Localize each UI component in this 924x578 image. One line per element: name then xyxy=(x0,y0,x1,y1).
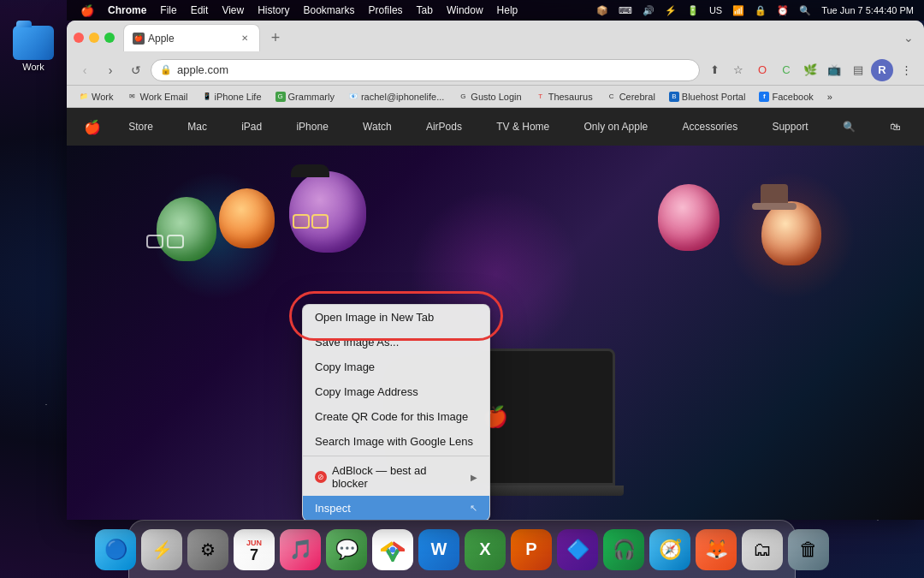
dock-music[interactable]: 🎵 xyxy=(280,529,321,570)
menubar-view[interactable]: View xyxy=(215,4,251,16)
dropbox-icon[interactable]: 📦 xyxy=(593,5,612,16)
dock-finder[interactable]: 🔵 xyxy=(95,529,136,570)
keyboard-icon[interactable]: ⌨ xyxy=(615,5,636,16)
bookmark-button[interactable]: ☆ xyxy=(727,59,749,81)
us-flag[interactable]: US xyxy=(706,5,726,15)
extension1-icon[interactable]: C xyxy=(775,59,797,81)
context-save-image[interactable]: Save Image As... xyxy=(303,330,489,355)
bluetooth-icon[interactable]: ⚡ xyxy=(661,5,680,16)
tab-close-button[interactable]: ✕ xyxy=(239,33,251,45)
files-icon: 🗂 xyxy=(753,539,772,561)
tab-expand-button[interactable]: ⌄ xyxy=(900,27,917,48)
menubar-chrome[interactable]: Chrome xyxy=(101,4,153,16)
dock-system-preferences[interactable]: ⚙ xyxy=(187,529,228,570)
nav-iphone[interactable]: iPhone xyxy=(289,121,335,133)
nav-airpods[interactable]: AirPods xyxy=(419,121,469,133)
nav-only-apple[interactable]: Only on Apple xyxy=(578,121,655,133)
context-inspect[interactable]: Inspect ↖ xyxy=(303,496,489,520)
launchpad-icon: ⚡ xyxy=(151,539,173,560)
dock-messages[interactable]: 💬 xyxy=(326,529,367,570)
menubar-tab[interactable]: Tab xyxy=(410,4,440,16)
dock-slack[interactable]: 🔷 xyxy=(557,529,598,570)
nav-watch[interactable]: Watch xyxy=(356,121,399,133)
char-green-glasses xyxy=(146,235,184,245)
nav-bag-icon[interactable]: 🛍 xyxy=(883,121,907,133)
bookmark-work-email[interactable]: ✉ Work Email xyxy=(121,90,192,104)
context-copy-image[interactable]: Copy Image xyxy=(303,355,489,379)
nav-tv[interactable]: TV & Home xyxy=(489,121,556,133)
new-tab-button[interactable]: + xyxy=(264,26,287,50)
bookmark-cerebral[interactable]: C Cerebral xyxy=(601,90,660,104)
settings-icon: ⚙ xyxy=(200,539,216,560)
cast-button[interactable]: 📺 xyxy=(823,59,845,81)
menubar-edit[interactable]: Edit xyxy=(184,4,216,16)
nav-search-icon[interactable]: 🔍 xyxy=(836,121,862,133)
menubar-profiles[interactable]: Profiles xyxy=(362,4,410,16)
context-search-lens[interactable]: Search Image with Google Lens xyxy=(303,429,489,454)
char-center-hair xyxy=(291,164,329,177)
volume-icon[interactable]: 🔊 xyxy=(639,5,658,16)
bookmark-rachel[interactable]: 📧 rachel@iphonelife... xyxy=(343,90,449,104)
sidebar-toggle[interactable]: ▤ xyxy=(847,59,869,81)
profile-button[interactable]: R xyxy=(871,59,893,81)
active-tab[interactable]: 🍎 Apple ✕ xyxy=(123,24,260,51)
context-create-qr[interactable]: Create QR Code for this Image xyxy=(303,404,489,429)
close-button[interactable] xyxy=(74,33,84,43)
maximize-button[interactable] xyxy=(104,33,115,43)
more-button[interactable]: ⋮ xyxy=(895,59,917,81)
menubar-help[interactable]: Help xyxy=(490,4,525,16)
address-bar[interactable]: 🔒 apple.com xyxy=(151,59,700,81)
refresh-button[interactable]: ↺ xyxy=(125,59,147,81)
bookmark-favicon-cerebral: C xyxy=(607,92,617,102)
work-folder[interactable]: Work xyxy=(9,26,57,74)
extension2-icon[interactable]: 🌿 xyxy=(799,59,821,81)
bookmark-grammarly[interactable]: G Grammarly xyxy=(270,90,340,104)
bookmark-thesaurus[interactable]: T Thesaurus xyxy=(530,90,598,104)
bookmark-bluehost[interactable]: B Bluehost Portal xyxy=(664,90,751,104)
search-icon[interactable]: 🔍 xyxy=(796,5,814,16)
dock: 🔵 ⚡ ⚙ JUN 7 🎵 💬 W X P xyxy=(128,520,796,578)
messages-icon: 💬 xyxy=(335,539,358,561)
back-button[interactable]: ‹ xyxy=(74,59,96,81)
bookmark-iphone[interactable]: 📱 iPhone Life xyxy=(197,90,267,104)
bookmark-work[interactable]: 📁 Work xyxy=(74,90,118,104)
wifi-icon[interactable]: 📶 xyxy=(729,5,748,16)
context-adblock[interactable]: ⊘ AdBlock — best ad blocker ▶ xyxy=(303,458,489,496)
dock-spotify[interactable]: 🎧 xyxy=(603,529,644,570)
bookmark-label-rachel: rachel@iphonelife... xyxy=(361,92,444,102)
dock-powerpoint[interactable]: P xyxy=(511,529,552,570)
bookmark-gusto[interactable]: G Gusto Login xyxy=(453,90,526,104)
dock-chrome[interactable] xyxy=(372,529,413,570)
battery-icon[interactable]: 🔋 xyxy=(684,5,702,16)
nav-store[interactable]: Store xyxy=(121,121,160,133)
bookmarks-more[interactable]: » xyxy=(822,90,838,104)
dock-word[interactable]: W xyxy=(418,529,459,570)
minimize-button[interactable] xyxy=(89,33,99,43)
menubar-history[interactable]: History xyxy=(251,4,296,16)
nav-ipad[interactable]: iPad xyxy=(234,121,269,133)
dock-excel[interactable]: X xyxy=(465,529,506,570)
bookmark-facebook[interactable]: f Facebook xyxy=(754,90,818,104)
opera-icon[interactable]: O xyxy=(751,59,773,81)
nav-accessories[interactable]: Accessories xyxy=(675,121,744,133)
forward-button[interactable]: › xyxy=(99,59,121,81)
menubar-file[interactable]: File xyxy=(153,4,183,16)
nav-mac[interactable]: Mac xyxy=(181,121,214,133)
context-open-new-tab[interactable]: Open Image in New Tab xyxy=(303,305,489,330)
dock-launchpad[interactable]: ⚡ xyxy=(141,529,182,570)
bookmark-favicon-fb: f xyxy=(759,92,769,102)
context-copy-address[interactable]: Copy Image Address xyxy=(303,379,489,404)
dock-safari[interactable]: 🧭 xyxy=(649,529,690,570)
menubar-bookmarks[interactable]: Bookmarks xyxy=(297,4,362,16)
apple-menu[interactable]: 🍎 xyxy=(74,4,101,17)
alarm-icon[interactable]: ⏰ xyxy=(773,5,792,16)
dock-firefox[interactable]: 🦊 xyxy=(696,529,737,570)
lock-icon[interactable]: 🔒 xyxy=(751,5,770,16)
nav-support[interactable]: Support xyxy=(765,121,814,133)
share-button[interactable]: ⬆ xyxy=(703,59,726,81)
dock-trash[interactable]: 🗑 xyxy=(788,529,829,570)
dock-files[interactable]: 🗂 xyxy=(742,529,783,570)
apple-logo[interactable]: 🍎 xyxy=(84,119,101,135)
menubar-window[interactable]: Window xyxy=(440,4,490,16)
dock-calendar[interactable]: JUN 7 xyxy=(234,529,275,570)
